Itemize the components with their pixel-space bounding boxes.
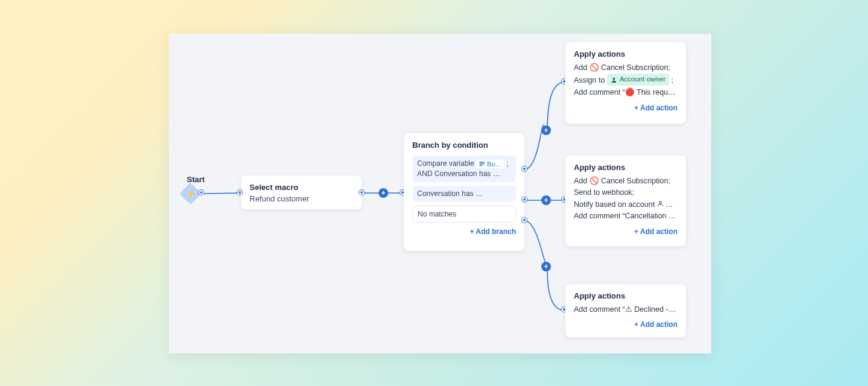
add-action-button[interactable]: Add action (574, 104, 678, 112)
add-step-button[interactable]: + (541, 262, 551, 271)
action-line: Send to webhook; (574, 187, 678, 198)
no-entry-icon: 🚫 (590, 63, 599, 72)
cond-text: No matches (418, 210, 456, 218)
add-action-button[interactable]: Add action (574, 227, 678, 236)
connector-nub (359, 190, 364, 195)
cond-text: Conversation has (417, 189, 473, 198)
action-line: Add comment “🔴 This reques…” (574, 87, 678, 98)
bolt-icon: ⚡ (186, 189, 196, 198)
add-step-button[interactable]: + (541, 195, 551, 205)
cond-text: Compare variable (417, 159, 474, 168)
connector-nub (199, 190, 204, 195)
action-line: Assign to Account owner ; (574, 74, 678, 87)
branch-condition-row[interactable]: Conversation has Refund… (412, 186, 516, 202)
person-icon (611, 77, 617, 83)
cond-text: ; (506, 159, 508, 168)
add-step-button[interactable]: + (379, 188, 388, 198)
add-step-button[interactable]: + (541, 125, 551, 135)
action-line: Add 🚫 Cancel Subscription; (574, 62, 678, 74)
action-line: Add 🚫 Cancel Subscription; (574, 176, 678, 187)
connector-nub (522, 166, 527, 171)
list-icon (479, 160, 485, 167)
add-action-button[interactable]: Add action (574, 320, 678, 329)
action-line: Add comment “⚠ Declined - … ” (574, 304, 678, 315)
select-macro-node[interactable]: Select macro Refund customer (241, 176, 362, 209)
card-title: Select macro (250, 183, 353, 192)
apply-actions-node[interactable]: Apply actions Add 🚫 Cancel Subscription;… (565, 156, 686, 246)
apply-actions-node[interactable]: Apply actions Add 🚫 Cancel Subscription;… (565, 42, 686, 124)
no-entry-icon: 🚫 (590, 177, 599, 185)
tag-chip: Refund… (476, 190, 512, 198)
card-title: Apply actions (574, 49, 678, 59)
svg-point-3 (613, 78, 615, 80)
connector-nub (237, 190, 242, 195)
connector-nub (522, 218, 527, 223)
cond-text: AND Conversation has … (417, 169, 511, 178)
assignee-pill: Account owner (607, 74, 669, 86)
action-line: Notify based on account A… ; (574, 199, 678, 210)
branch-condition-row[interactable]: Compare variable Bo… ; AND Conversation … (412, 156, 516, 182)
tag-icon (478, 191, 480, 197)
svg-point-4 (659, 201, 661, 204)
macro-value: Refund customer (250, 194, 353, 203)
card-title: Branch by condition (412, 141, 516, 150)
start-node[interactable]: ⚡ (180, 183, 202, 205)
branch-condition-row[interactable]: No matches (412, 206, 516, 223)
branch-by-condition-node[interactable]: Branch by condition Compare variable Bo…… (404, 133, 524, 251)
svg-line-0 (201, 193, 240, 194)
card-title: Apply actions (574, 291, 678, 300)
card-title: Apply actions (574, 163, 678, 172)
flow-canvas: Start ⚡ Select macro Refund customer + B… (169, 34, 711, 353)
person-icon (657, 200, 665, 209)
apply-actions-node[interactable]: Apply actions Add comment “⚠ Declined - … (565, 284, 686, 337)
action-line: Add comment “Cancellation r… ” (574, 210, 678, 222)
variable-chip: Bo… (476, 160, 504, 168)
start-label: Start (187, 175, 205, 184)
connector-nub (522, 197, 527, 202)
add-branch-button[interactable]: Add branch (412, 227, 516, 236)
